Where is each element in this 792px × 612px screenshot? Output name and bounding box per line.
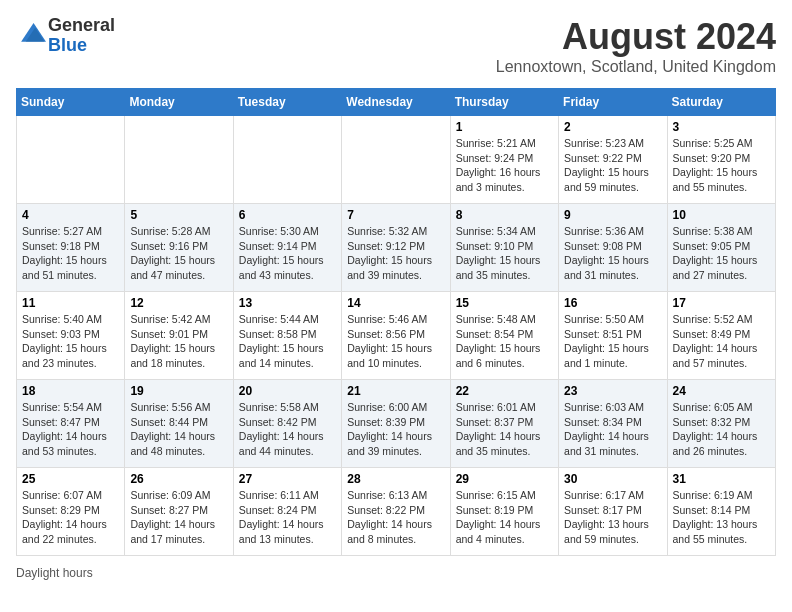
day-number: 26 [130, 472, 227, 486]
day-number: 22 [456, 384, 553, 398]
calendar-cell: 4Sunrise: 5:27 AM Sunset: 9:18 PM Daylig… [17, 204, 125, 292]
day-number: 2 [564, 120, 661, 134]
day-info: Sunrise: 5:44 AM Sunset: 8:58 PM Dayligh… [239, 312, 336, 371]
day-info: Sunrise: 5:46 AM Sunset: 8:56 PM Dayligh… [347, 312, 444, 371]
day-info: Sunrise: 6:01 AM Sunset: 8:37 PM Dayligh… [456, 400, 553, 459]
calendar-cell: 11Sunrise: 5:40 AM Sunset: 9:03 PM Dayli… [17, 292, 125, 380]
main-title: August 2024 [496, 16, 776, 58]
day-info: Sunrise: 5:40 AM Sunset: 9:03 PM Dayligh… [22, 312, 119, 371]
day-info: Sunrise: 6:17 AM Sunset: 8:17 PM Dayligh… [564, 488, 661, 547]
calendar-cell: 30Sunrise: 6:17 AM Sunset: 8:17 PM Dayli… [559, 468, 667, 556]
day-info: Sunrise: 5:27 AM Sunset: 9:18 PM Dayligh… [22, 224, 119, 283]
calendar-cell: 15Sunrise: 5:48 AM Sunset: 8:54 PM Dayli… [450, 292, 558, 380]
calendar-cell: 2Sunrise: 5:23 AM Sunset: 9:22 PM Daylig… [559, 116, 667, 204]
day-info: Sunrise: 5:56 AM Sunset: 8:44 PM Dayligh… [130, 400, 227, 459]
day-info: Sunrise: 5:54 AM Sunset: 8:47 PM Dayligh… [22, 400, 119, 459]
day-number: 14 [347, 296, 444, 310]
calendar-cell: 19Sunrise: 5:56 AM Sunset: 8:44 PM Dayli… [125, 380, 233, 468]
day-number: 28 [347, 472, 444, 486]
calendar-cell: 23Sunrise: 6:03 AM Sunset: 8:34 PM Dayli… [559, 380, 667, 468]
calendar-cell: 1Sunrise: 5:21 AM Sunset: 9:24 PM Daylig… [450, 116, 558, 204]
page-header: General Blue August 2024 Lennoxtown, Sco… [16, 16, 776, 76]
calendar-day-header: Tuesday [233, 89, 341, 116]
day-info: Sunrise: 6:09 AM Sunset: 8:27 PM Dayligh… [130, 488, 227, 547]
day-info: Sunrise: 5:21 AM Sunset: 9:24 PM Dayligh… [456, 136, 553, 195]
day-info: Sunrise: 5:36 AM Sunset: 9:08 PM Dayligh… [564, 224, 661, 283]
day-number: 25 [22, 472, 119, 486]
calendar-header-row: SundayMondayTuesdayWednesdayThursdayFrid… [17, 89, 776, 116]
day-number: 12 [130, 296, 227, 310]
calendar-cell: 13Sunrise: 5:44 AM Sunset: 8:58 PM Dayli… [233, 292, 341, 380]
day-number: 1 [456, 120, 553, 134]
day-info: Sunrise: 6:19 AM Sunset: 8:14 PM Dayligh… [673, 488, 770, 547]
day-info: Sunrise: 5:25 AM Sunset: 9:20 PM Dayligh… [673, 136, 770, 195]
calendar-cell: 29Sunrise: 6:15 AM Sunset: 8:19 PM Dayli… [450, 468, 558, 556]
day-info: Sunrise: 5:42 AM Sunset: 9:01 PM Dayligh… [130, 312, 227, 371]
day-info: Sunrise: 5:52 AM Sunset: 8:49 PM Dayligh… [673, 312, 770, 371]
calendar-cell: 17Sunrise: 5:52 AM Sunset: 8:49 PM Dayli… [667, 292, 775, 380]
day-number: 23 [564, 384, 661, 398]
calendar-cell: 20Sunrise: 5:58 AM Sunset: 8:42 PM Dayli… [233, 380, 341, 468]
calendar-cell: 16Sunrise: 5:50 AM Sunset: 8:51 PM Dayli… [559, 292, 667, 380]
day-number: 3 [673, 120, 770, 134]
calendar-cell [342, 116, 450, 204]
calendar-week-row: 11Sunrise: 5:40 AM Sunset: 9:03 PM Dayli… [17, 292, 776, 380]
calendar-cell: 24Sunrise: 6:05 AM Sunset: 8:32 PM Dayli… [667, 380, 775, 468]
day-info: Sunrise: 5:50 AM Sunset: 8:51 PM Dayligh… [564, 312, 661, 371]
calendar-cell [125, 116, 233, 204]
calendar-week-row: 1Sunrise: 5:21 AM Sunset: 9:24 PM Daylig… [17, 116, 776, 204]
day-info: Sunrise: 6:15 AM Sunset: 8:19 PM Dayligh… [456, 488, 553, 547]
day-number: 31 [673, 472, 770, 486]
logo-icon [18, 20, 46, 48]
day-number: 5 [130, 208, 227, 222]
day-number: 21 [347, 384, 444, 398]
day-info: Sunrise: 6:00 AM Sunset: 8:39 PM Dayligh… [347, 400, 444, 459]
calendar-cell: 18Sunrise: 5:54 AM Sunset: 8:47 PM Dayli… [17, 380, 125, 468]
day-info: Sunrise: 6:05 AM Sunset: 8:32 PM Dayligh… [673, 400, 770, 459]
calendar-day-header: Friday [559, 89, 667, 116]
calendar-cell: 8Sunrise: 5:34 AM Sunset: 9:10 PM Daylig… [450, 204, 558, 292]
calendar-day-header: Wednesday [342, 89, 450, 116]
day-info: Sunrise: 5:32 AM Sunset: 9:12 PM Dayligh… [347, 224, 444, 283]
day-info: Sunrise: 6:13 AM Sunset: 8:22 PM Dayligh… [347, 488, 444, 547]
calendar-cell: 27Sunrise: 6:11 AM Sunset: 8:24 PM Dayli… [233, 468, 341, 556]
logo-general-text: General [48, 15, 115, 35]
day-number: 27 [239, 472, 336, 486]
calendar-cell [17, 116, 125, 204]
calendar-week-row: 4Sunrise: 5:27 AM Sunset: 9:18 PM Daylig… [17, 204, 776, 292]
day-info: Sunrise: 5:30 AM Sunset: 9:14 PM Dayligh… [239, 224, 336, 283]
day-info: Sunrise: 5:48 AM Sunset: 8:54 PM Dayligh… [456, 312, 553, 371]
calendar-day-header: Saturday [667, 89, 775, 116]
legend: Daylight hours [16, 566, 776, 580]
calendar-cell: 22Sunrise: 6:01 AM Sunset: 8:37 PM Dayli… [450, 380, 558, 468]
day-info: Sunrise: 6:07 AM Sunset: 8:29 PM Dayligh… [22, 488, 119, 547]
day-info: Sunrise: 6:11 AM Sunset: 8:24 PM Dayligh… [239, 488, 336, 547]
calendar-week-row: 25Sunrise: 6:07 AM Sunset: 8:29 PM Dayli… [17, 468, 776, 556]
calendar-cell [233, 116, 341, 204]
subtitle: Lennoxtown, Scotland, United Kingdom [496, 58, 776, 76]
day-info: Sunrise: 5:34 AM Sunset: 9:10 PM Dayligh… [456, 224, 553, 283]
day-number: 6 [239, 208, 336, 222]
calendar-cell: 12Sunrise: 5:42 AM Sunset: 9:01 PM Dayli… [125, 292, 233, 380]
day-info: Sunrise: 5:28 AM Sunset: 9:16 PM Dayligh… [130, 224, 227, 283]
calendar-cell: 7Sunrise: 5:32 AM Sunset: 9:12 PM Daylig… [342, 204, 450, 292]
calendar-cell: 26Sunrise: 6:09 AM Sunset: 8:27 PM Dayli… [125, 468, 233, 556]
day-info: Sunrise: 5:58 AM Sunset: 8:42 PM Dayligh… [239, 400, 336, 459]
day-number: 20 [239, 384, 336, 398]
calendar-cell: 10Sunrise: 5:38 AM Sunset: 9:05 PM Dayli… [667, 204, 775, 292]
calendar-day-header: Thursday [450, 89, 558, 116]
calendar-cell: 6Sunrise: 5:30 AM Sunset: 9:14 PM Daylig… [233, 204, 341, 292]
day-number: 30 [564, 472, 661, 486]
calendar-table: SundayMondayTuesdayWednesdayThursdayFrid… [16, 88, 776, 556]
day-info: Sunrise: 5:23 AM Sunset: 9:22 PM Dayligh… [564, 136, 661, 195]
day-number: 24 [673, 384, 770, 398]
day-number: 4 [22, 208, 119, 222]
calendar-cell: 21Sunrise: 6:00 AM Sunset: 8:39 PM Dayli… [342, 380, 450, 468]
calendar-cell: 25Sunrise: 6:07 AM Sunset: 8:29 PM Dayli… [17, 468, 125, 556]
calendar-cell: 3Sunrise: 5:25 AM Sunset: 9:20 PM Daylig… [667, 116, 775, 204]
day-number: 9 [564, 208, 661, 222]
day-number: 15 [456, 296, 553, 310]
calendar-day-header: Monday [125, 89, 233, 116]
day-number: 13 [239, 296, 336, 310]
title-block: August 2024 Lennoxtown, Scotland, United… [496, 16, 776, 76]
